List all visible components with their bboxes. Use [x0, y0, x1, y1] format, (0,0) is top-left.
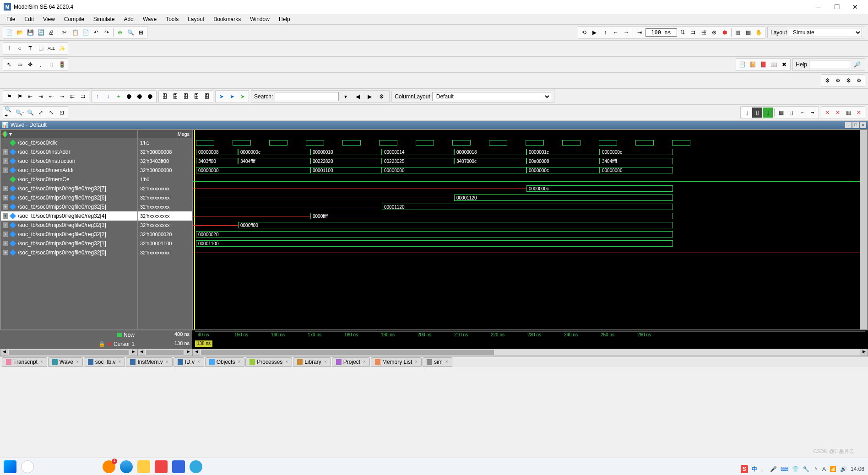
grid4-icon[interactable]: ▦: [776, 108, 786, 118]
bookmark1-icon[interactable]: 📑: [737, 59, 747, 70]
task-app2-icon[interactable]: [155, 460, 168, 473]
bookmark-del-icon[interactable]: ✖: [779, 59, 789, 70]
window1-button[interactable]: ▦: [733, 27, 743, 38]
grid3-icon[interactable]: ▯: [763, 108, 773, 118]
diamond-icon[interactable]: [2, 131, 8, 137]
gear1-icon[interactable]: ⚙: [822, 76, 832, 86]
tab-transcript[interactable]: Transcript×: [2, 357, 47, 367]
menu-tools[interactable]: Tools: [161, 15, 183, 23]
x1-icon[interactable]: ✕: [822, 108, 832, 118]
expand-icon[interactable]: +: [3, 250, 8, 255]
tree-button[interactable]: ⊞: [136, 27, 146, 38]
tray-mic-icon[interactable]: 🎤: [770, 466, 777, 472]
stop-button[interactable]: ⬢: [720, 27, 730, 38]
step-back-button[interactable]: ←: [611, 27, 621, 38]
db4-icon[interactable]: 🗄: [191, 92, 201, 102]
signal-row[interactable]: +/soc_tb/soc0/instAddr: [1, 147, 137, 157]
step-up-button[interactable]: ↑: [600, 27, 610, 38]
step-fwd-button[interactable]: →: [621, 27, 631, 38]
tray-shirt-icon[interactable]: 👕: [792, 466, 799, 472]
text-icon[interactable]: T: [25, 43, 35, 54]
zoom-full-icon[interactable]: 🔍: [25, 108, 35, 118]
all-button[interactable]: ALL: [46, 43, 56, 54]
tab-close-icon[interactable]: ×: [238, 359, 240, 364]
expand-icon[interactable]: +: [3, 232, 8, 237]
tab-objects[interactable]: Objects×: [205, 357, 245, 367]
layout-select[interactable]: Simulate: [789, 28, 862, 37]
hbar-icon[interactable]: ⫼: [46, 59, 56, 70]
db1-icon[interactable]: 🗄: [160, 92, 170, 102]
signal-row[interactable]: +/soc_tb/soc0/mips0/regfile0/reg32[2]: [1, 230, 137, 239]
mark2-icon[interactable]: ⯃: [135, 92, 145, 102]
menu-layout[interactable]: Layout: [183, 15, 209, 23]
tab-close-icon[interactable]: ×: [415, 359, 418, 364]
tray-wifi-icon[interactable]: 📶: [830, 466, 836, 472]
grid6-icon[interactable]: ⌐: [797, 108, 807, 118]
task-app3-icon[interactable]: [172, 460, 185, 473]
save-button[interactable]: 💾: [25, 27, 35, 38]
tab-library[interactable]: Library×: [293, 357, 331, 367]
wave-hscroll[interactable]: ◀▶: [192, 349, 868, 356]
last-icon[interactable]: ⇉: [78, 92, 88, 102]
menu-edit[interactable]: Edit: [20, 15, 38, 23]
tab-sim[interactable]: sim×: [423, 357, 452, 367]
zoom-cursor-icon[interactable]: ⤡: [46, 108, 56, 118]
expand-icon[interactable]: +: [3, 222, 8, 228]
signal-row[interactable]: +/soc_tb/soc0/mips0/regfile0/reg32[5]: [1, 202, 137, 211]
menu-compile[interactable]: Compile: [60, 15, 89, 23]
start-icon[interactable]: [4, 460, 16, 473]
search-opt-icon[interactable]: ⚙: [376, 92, 386, 102]
expand-icon[interactable]: +: [3, 204, 8, 210]
menu-simulate[interactable]: Simulate: [89, 15, 119, 23]
gear2-icon[interactable]: ⚙: [833, 76, 843, 86]
task-app1-icon[interactable]: 1: [103, 460, 115, 473]
bookmark4-icon[interactable]: 📖: [769, 59, 779, 70]
select-icon[interactable]: ⬚: [36, 43, 46, 54]
gear4-icon[interactable]: ⚙: [854, 76, 864, 86]
prev-edge-icon[interactable]: ⇠: [46, 92, 56, 102]
tab-project[interactable]: Project×: [332, 357, 370, 367]
menu-wave[interactable]: Wave: [138, 15, 161, 23]
tab-memorylist[interactable]: Memory List×: [371, 357, 422, 367]
signal-row[interactable]: +/soc_tb/soc0/mips0/regfile0/reg32[7]: [1, 184, 137, 193]
tray-dot-icon[interactable]: 、: [761, 465, 766, 473]
menu-window[interactable]: Window: [245, 15, 274, 23]
menu-file[interactable]: File: [2, 15, 20, 23]
wave-canvas[interactable]: 000000080000000c000000100000001400000018…: [193, 130, 860, 329]
zoom-region-icon[interactable]: ⤢: [36, 108, 46, 118]
tray-a-icon[interactable]: A: [822, 466, 826, 472]
b1-icon[interactable]: ➤: [217, 92, 227, 102]
close-button[interactable]: ✕: [846, 1, 864, 12]
grid5-icon[interactable]: ▯: [787, 108, 797, 118]
search-prev-icon[interactable]: ◀: [353, 92, 363, 102]
right-edge-icon[interactable]: ⇥: [36, 92, 46, 102]
hand-button[interactable]: ✋: [754, 27, 764, 38]
paste-button[interactable]: 📄: [81, 27, 91, 38]
grid2-icon[interactable]: ▯: [752, 108, 762, 118]
print-button[interactable]: 🖨: [46, 27, 56, 38]
task-app4-icon[interactable]: [190, 460, 202, 473]
help-input[interactable]: [809, 60, 850, 69]
grid1-icon[interactable]: ▯: [742, 108, 752, 118]
b2-icon[interactable]: ➤: [227, 92, 237, 102]
vbar-icon[interactable]: ⫿: [36, 59, 46, 70]
expand-icon[interactable]: +: [3, 167, 8, 173]
cut-button[interactable]: ✂: [60, 27, 70, 38]
down1-icon[interactable]: ↓: [103, 92, 113, 102]
db2-icon[interactable]: 🗄: [170, 92, 180, 102]
wave-max-button[interactable]: □: [852, 122, 859, 128]
mark1-icon[interactable]: ⯃: [124, 92, 134, 102]
lock-icon[interactable]: 🔒: [98, 341, 105, 347]
continue-button[interactable]: ⇶: [699, 27, 709, 38]
tray-kb-icon[interactable]: ⌨: [781, 466, 788, 472]
signal-row[interactable]: /soc_tb/soc0/clk: [1, 138, 137, 147]
zoom-in-icon[interactable]: 🔍+: [4, 108, 14, 118]
tab-idv[interactable]: ID.v×: [174, 357, 204, 367]
menu-add[interactable]: Add: [119, 15, 138, 23]
sig-hscroll[interactable]: ◀▶: [0, 349, 137, 356]
x4-icon[interactable]: ✕: [854, 108, 864, 118]
help-search-icon[interactable]: 🔎: [852, 59, 862, 70]
tab-close-icon[interactable]: ×: [40, 359, 43, 364]
maximize-button[interactable]: ☐: [828, 1, 846, 12]
edge-icon[interactable]: [120, 460, 133, 473]
